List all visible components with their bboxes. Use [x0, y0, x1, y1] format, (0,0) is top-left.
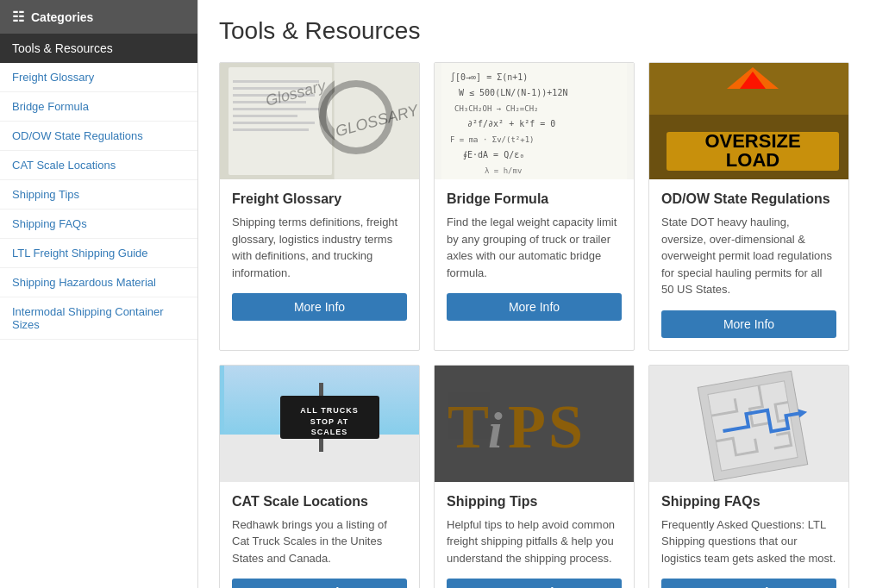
card-body-cat-scale: CAT Scale Locations Redhawk brings you a…	[220, 482, 419, 589]
card-body-tips: Shipping Tips Helpful tips to help avoid…	[435, 482, 634, 589]
more-info-button-tips[interactable]: More Info	[447, 579, 622, 588]
svg-text:F = ma · Σv/(t²+1): F = ma · Σv/(t²+1)	[450, 135, 535, 144]
sidebar-item-odow-regulations[interactable]: OD/OW State Regulations	[0, 122, 197, 151]
svg-text:∂²f/∂x² + k²f = 0: ∂²f/∂x² + k²f = 0	[467, 119, 555, 128]
card-desc-tips: Helpful tips to help avoid common freigh…	[447, 516, 622, 567]
cards-grid: Glossary Freight Glossary Shipping terms…	[219, 62, 849, 588]
more-info-button-cat-scale[interactable]: More Info	[232, 579, 407, 588]
card-bridge-formula: ∫[0→∞] = Σ(n+1) W ≤ 500(LN/(N-1))+12N CH…	[434, 62, 635, 351]
sidebar-active-item[interactable]: Tools & Resources	[0, 34, 197, 63]
sidebar-item-ltl-guide[interactable]: LTL Freight Shipping Guide	[0, 239, 197, 268]
svg-text:CH₃CH₂OH → CH₂=CH₂: CH₃CH₂OH → CH₂=CH₂	[454, 104, 539, 113]
svg-text:W ≤ 500(LN/(N-1))+12N: W ≤ 500(LN/(N-1))+12N	[459, 88, 567, 97]
svg-rect-9	[233, 128, 309, 131]
svg-text:LOAD: LOAD	[726, 149, 779, 171]
sidebar-item-shipping-faqs[interactable]: Shipping FAQs	[0, 210, 197, 239]
card-cat-scale: ALL TRUCKS STOP AT SCALES CAT Scale Loca…	[219, 365, 420, 589]
sidebar-item-intermodal[interactable]: Intermodal Shipping Container Sizes	[0, 297, 197, 340]
card-title-tips: Shipping Tips	[447, 494, 622, 510]
main-content: Tools & Resources Glossary	[198, 0, 870, 588]
card-faqs: Shipping FAQs Frequently Asked Questions…	[648, 365, 849, 589]
card-body-glossary: Freight Glossary Shipping terms definiti…	[220, 179, 419, 333]
svg-rect-6	[233, 108, 319, 110]
card-desc-odow: State DOT heavy hauling, oversize, over-…	[661, 214, 836, 298]
sidebar-item-cat-scale[interactable]: CAT Scale Locations	[0, 151, 197, 180]
sidebar-item-freight-glossary[interactable]: Freight Glossary	[0, 63, 197, 92]
card-image-tips: T i P S	[435, 366, 634, 482]
svg-rect-8	[233, 122, 315, 124]
svg-text:S: S	[548, 392, 583, 461]
card-body-faqs: Shipping FAQs Frequently Asked Questions…	[649, 482, 848, 589]
card-image-oversize: OVERSIZE LOAD	[649, 63, 848, 179]
card-title-bridge: Bridge Formula	[447, 191, 622, 207]
svg-text:T: T	[448, 392, 489, 461]
card-desc-glossary: Shipping terms definitions, freight glos…	[232, 214, 407, 281]
card-image-scale: ALL TRUCKS STOP AT SCALES	[220, 366, 419, 482]
more-info-button-glossary[interactable]: More Info	[232, 293, 407, 321]
card-title-glossary: Freight Glossary	[232, 191, 407, 207]
svg-text:λ = h/mv: λ = h/mv	[485, 166, 522, 175]
svg-text:∮E·dA = Q/ε₀: ∮E·dA = Q/ε₀	[463, 150, 524, 160]
card-title-faqs: Shipping FAQs	[661, 494, 836, 510]
svg-text:P: P	[508, 392, 546, 461]
page-title: Tools & Resources	[219, 17, 849, 45]
card-desc-cat-scale: Redhawk brings you a listing of Cat Truc…	[232, 516, 407, 567]
card-image-bridge: ∫[0→∞] = Σ(n+1) W ≤ 500(LN/(N-1))+12N CH…	[435, 63, 634, 179]
card-title-odow: OD/OW State Regulations	[661, 191, 836, 207]
card-freight-glossary: Glossary Freight Glossary Shipping terms…	[219, 62, 420, 351]
more-info-button-bridge[interactable]: More Info	[447, 293, 622, 321]
svg-text:∫[0→∞] = Σ(n+1): ∫[0→∞] = Σ(n+1)	[450, 72, 528, 82]
card-desc-faqs: Frequently Asked Questions: LTL Shipping…	[661, 516, 836, 567]
card-title-cat-scale: CAT Scale Locations	[232, 494, 407, 510]
svg-text:STOP AT: STOP AT	[310, 417, 349, 426]
more-info-button-faqs[interactable]: More Info	[661, 579, 836, 588]
card-body-odow: OD/OW State Regulations State DOT heavy …	[649, 179, 848, 350]
svg-text:SCALES: SCALES	[311, 428, 348, 436]
sidebar-item-bridge-formula[interactable]: Bridge Formula	[0, 92, 197, 122]
sidebar-item-shipping-tips[interactable]: Shipping Tips	[0, 180, 197, 210]
sidebar: ☷ Categories Tools & Resources Freight G…	[0, 0, 198, 588]
card-shipping-tips: T i P S Shipping Tips Helpful tips to he…	[434, 365, 635, 589]
sidebar-item-hazardous[interactable]: Shipping Hazardous Material	[0, 268, 197, 297]
card-image-glossary: Glossary	[220, 63, 419, 179]
card-body-bridge: Bridge Formula Find the legal weight cap…	[435, 179, 634, 333]
card-image-faq	[649, 366, 848, 482]
card-desc-bridge: Find the legal weight capacity limit by …	[447, 214, 622, 281]
more-info-button-odow[interactable]: More Info	[661, 310, 836, 338]
sidebar-header-label: Categories	[31, 10, 93, 24]
svg-rect-7	[233, 115, 297, 117]
svg-text:i: i	[488, 402, 503, 459]
card-odow: OVERSIZE LOAD OD/OW State Regulations St…	[648, 62, 849, 351]
categories-icon: ☷	[12, 9, 24, 25]
sidebar-header: ☷ Categories	[0, 0, 197, 34]
svg-text:ALL TRUCKS: ALL TRUCKS	[300, 406, 358, 415]
